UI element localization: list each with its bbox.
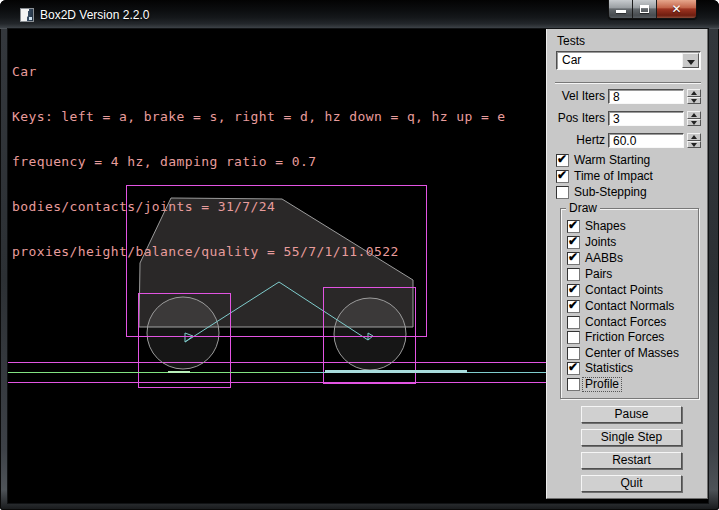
maximize-button[interactable] — [633, 0, 657, 18]
stats-line-keys: Keys: left = a, brake = s, right = d, hz… — [12, 109, 506, 124]
stats-text: Car Keys: left = a, brake = s, right = d… — [12, 34, 506, 289]
separator — [555, 82, 701, 84]
single-step-button[interactable]: Single Step — [581, 429, 682, 446]
time-of-impact-checkbox[interactable] — [556, 170, 569, 183]
hertz-input[interactable] — [608, 133, 684, 148]
pairs-label: Pairs — [585, 268, 612, 281]
restart-button[interactable]: Restart — [581, 452, 682, 469]
contact-forces-label: Contact Forces — [585, 316, 666, 329]
pos-iters-label: Pos Iters — [547, 112, 605, 125]
contact-normals-checkbox[interactable] — [567, 300, 580, 313]
tests-dropdown[interactable]: Car — [556, 51, 701, 70]
spinner-up-icon[interactable] — [687, 89, 701, 97]
close-icon: ✕ — [657, 2, 696, 16]
stats-line-proxies: proxies/height/balance/quality = 55/7/1/… — [12, 244, 506, 259]
time-of-impact-label: Time of Impact — [574, 170, 653, 183]
spinner-up-icon[interactable] — [687, 111, 701, 119]
joints-label: Joints — [585, 236, 616, 249]
vel-iters-input[interactable] — [608, 89, 684, 104]
hertz-row: Hertz — [547, 133, 709, 148]
close-button[interactable]: ✕ — [657, 0, 696, 18]
client-area: Car Keys: left = a, brake = s, right = d… — [8, 29, 708, 503]
chevron-down-icon — [687, 60, 695, 65]
app-window: Box2D Version 2.2.0 ✕ — [0, 0, 719, 510]
quit-button[interactable]: Quit — [581, 475, 682, 492]
pairs-checkbox[interactable] — [567, 268, 580, 281]
pause-button[interactable]: Pause — [581, 406, 682, 423]
draw-group-title: Draw — [566, 201, 600, 215]
spinner-down-icon[interactable] — [687, 141, 701, 148]
pos-iters-input[interactable] — [608, 111, 684, 126]
tests-label: Tests — [557, 34, 585, 48]
minimize-button[interactable] — [609, 0, 633, 18]
aabbs-label: AABBs — [585, 252, 623, 265]
contact-segment — [325, 370, 467, 373]
minimize-icon — [616, 10, 626, 13]
statistics-checkbox[interactable] — [567, 362, 580, 375]
titlebar[interactable]: Box2D Version 2.2.0 ✕ — [0, 0, 719, 29]
car-rear-wheel — [147, 297, 219, 369]
caption-buttons: ✕ — [608, 0, 697, 19]
pos-iters-spinner — [687, 111, 701, 126]
maximize-icon — [640, 5, 649, 13]
stats-line-frequency: frequency = 4 hz, damping ratio = 0.7 — [12, 154, 506, 169]
contact-forces-checkbox[interactable] — [567, 316, 580, 329]
center-of-masses-label: Center of Masses — [585, 347, 679, 360]
warm-starting-label: Warm Starting — [574, 154, 650, 167]
app-icon[interactable] — [20, 8, 34, 22]
profile-label: Profile — [583, 378, 621, 391]
aabbs-checkbox[interactable] — [567, 252, 580, 265]
sub-stepping-checkbox[interactable] — [556, 186, 569, 199]
simulation-canvas[interactable]: Car Keys: left = a, brake = s, right = d… — [8, 29, 546, 503]
profile-checkbox[interactable] — [567, 378, 580, 391]
sub-stepping-label: Sub-Stepping — [574, 186, 647, 199]
friction-forces-label: Friction Forces — [585, 331, 664, 344]
center-of-masses-checkbox[interactable] — [567, 347, 580, 360]
hertz-label: Hertz — [547, 134, 605, 147]
tests-dropdown-button[interactable] — [682, 53, 699, 68]
joints-checkbox[interactable] — [567, 236, 580, 249]
contact-normals-label: Contact Normals — [585, 300, 674, 313]
spinner-up-icon[interactable] — [687, 133, 701, 141]
shapes-label: Shapes — [585, 220, 626, 233]
vel-iters-label: Vel Iters — [547, 90, 605, 103]
control-panel: Tests Car Vel Iters Pos Iters — [546, 29, 708, 499]
statistics-label: Statistics — [585, 362, 633, 375]
tests-dropdown-value: Car — [562, 54, 581, 67]
window-title: Box2D Version 2.2.0 — [40, 7, 149, 23]
contact-points-checkbox[interactable] — [567, 284, 580, 297]
stats-line-test-name: Car — [12, 64, 506, 79]
spinner-down-icon[interactable] — [687, 119, 701, 126]
vel-iters-row: Vel Iters — [547, 89, 709, 104]
vel-iters-spinner — [687, 89, 701, 104]
warm-starting-checkbox[interactable] — [556, 154, 569, 167]
hertz-spinner — [687, 133, 701, 148]
stats-line-bodies: bodies/contacts/joints = 31/7/24 — [12, 199, 506, 214]
friction-forces-checkbox[interactable] — [567, 331, 580, 344]
spinner-down-icon[interactable] — [687, 97, 701, 104]
shapes-checkbox[interactable] — [567, 220, 580, 233]
pos-iters-row: Pos Iters — [547, 111, 709, 126]
ground-edge — [8, 370, 546, 373]
contact-points-label: Contact Points — [585, 284, 663, 297]
